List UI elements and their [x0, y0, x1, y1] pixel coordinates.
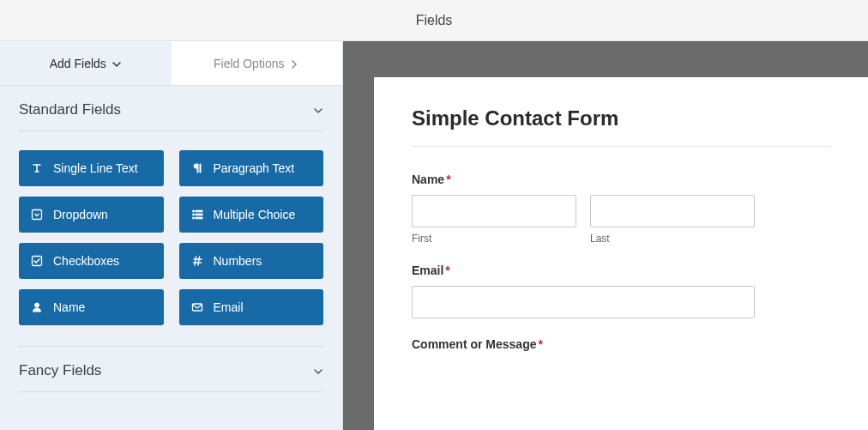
field-multiple-choice[interactable]: Multiple Choice [179, 197, 324, 233]
label-comment: Comment or Message* [412, 337, 830, 351]
label-name-text: Name [412, 173, 444, 186]
field-label: Numbers [214, 254, 262, 268]
field-label: Dropdown [53, 208, 108, 221]
required-mark: * [538, 337, 542, 351]
field-label: Multiple Choice [214, 208, 296, 221]
required-mark: * [445, 263, 449, 277]
field-label: Name [53, 300, 85, 314]
page-title: Fields [416, 13, 453, 28]
main: Add Fields Field Options Standard Fields [0, 41, 868, 430]
sublabel-last: Last [590, 233, 755, 245]
section-standard-fields-title: Standard Fields [19, 101, 121, 118]
tab-add-fields-label: Add Fields [50, 57, 106, 70]
list-icon [191, 209, 203, 221]
sidebar-tabs: Add Fields Field Options [0, 41, 342, 86]
field-numbers[interactable]: Numbers [179, 243, 324, 279]
paragraph-icon [191, 162, 203, 174]
field-label: Checkboxes [53, 254, 119, 268]
input-last-name[interactable] [590, 195, 755, 227]
page-header: Fields [0, 0, 868, 41]
svg-point-5 [192, 217, 194, 219]
preview-area: Simple Contact Form Name* First Last [343, 41, 868, 430]
section-fancy-fields: Fancy Fields [0, 346, 342, 392]
svg-point-8 [35, 303, 39, 307]
field-checkboxes[interactable]: Checkboxes [19, 243, 164, 279]
label-comment-text: Comment or Message [412, 337, 536, 351]
field-dropdown[interactable]: Dropdown [19, 197, 164, 233]
check-square-icon [31, 255, 43, 267]
tab-field-options-label: Field Options [214, 57, 284, 70]
envelope-icon [191, 301, 203, 313]
field-label: Paragraph Text [214, 161, 295, 175]
input-first-name[interactable] [412, 195, 576, 227]
svg-point-3 [192, 214, 194, 215]
form-field-email: Email* [412, 263, 830, 318]
tab-add-fields[interactable]: Add Fields [0, 41, 172, 85]
chevron-down-icon [313, 106, 323, 116]
user-icon [31, 301, 43, 313]
sublabel-first: First [412, 233, 576, 245]
section-fancy-fields-title: Fancy Fields [19, 362, 101, 379]
section-fancy-fields-header[interactable]: Fancy Fields [19, 346, 323, 392]
label-name: Name* [412, 173, 830, 186]
svg-rect-2 [196, 210, 202, 212]
field-paragraph-text[interactable]: Paragraph Text [179, 150, 324, 186]
field-email[interactable]: Email [179, 289, 324, 325]
svg-point-1 [192, 210, 194, 212]
standard-fields-grid: Single Line Text Paragraph Text Dropdown [19, 131, 323, 346]
svg-rect-0 [33, 210, 42, 220]
tab-field-options[interactable]: Field Options [172, 41, 343, 85]
form-preview: Simple Contact Form Name* First Last [374, 77, 868, 430]
svg-rect-6 [196, 217, 202, 219]
input-email[interactable] [412, 286, 755, 318]
field-name[interactable]: Name [19, 289, 164, 325]
svg-rect-4 [196, 214, 202, 215]
form-field-comment: Comment or Message* [412, 337, 830, 351]
section-standard-fields-header[interactable]: Standard Fields [19, 101, 323, 131]
form-field-name: Name* First Last [412, 173, 830, 245]
required-mark: * [446, 173, 450, 186]
label-email-text: Email [412, 263, 443, 277]
field-single-line-text[interactable]: Single Line Text [19, 150, 164, 186]
label-email: Email* [412, 263, 830, 277]
sidebar: Add Fields Field Options Standard Fields [0, 41, 343, 430]
form-title: Simple Contact Form [412, 106, 830, 130]
text-cursor-icon [31, 162, 43, 174]
section-standard-fields: Standard Fields Single Line Text [0, 86, 342, 346]
chevron-right-icon [289, 59, 299, 70]
divider [412, 146, 830, 147]
chevron-down-icon [112, 59, 122, 70]
hash-icon [191, 255, 203, 267]
chevron-down-icon [313, 366, 323, 377]
dropdown-square-icon [31, 209, 43, 221]
field-label: Email [214, 300, 244, 314]
field-label: Single Line Text [53, 161, 138, 175]
